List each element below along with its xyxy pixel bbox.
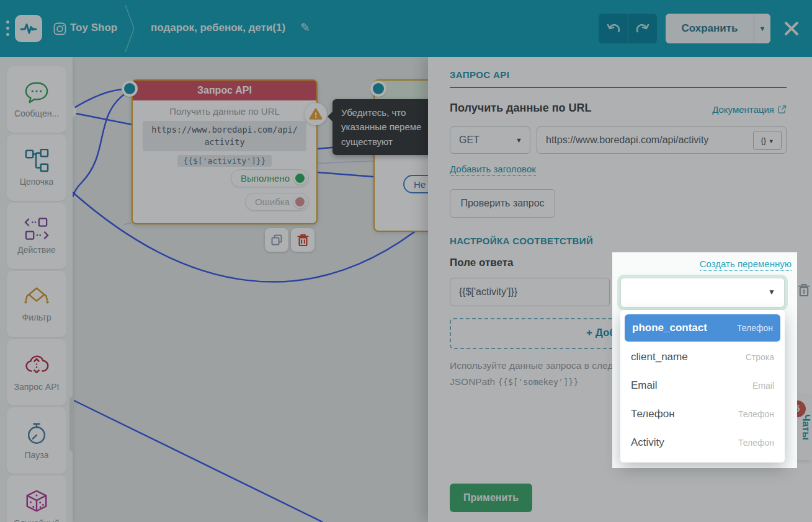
jsonpath-hint: JSONPath {{$['somekey']}}	[450, 376, 579, 387]
error-dot[interactable]	[293, 195, 306, 208]
message-icon	[24, 81, 50, 104]
insert-variable-button[interactable]: {} ▼	[753, 131, 782, 150]
apply-button[interactable]: Применить	[450, 484, 532, 512]
close-icon	[782, 19, 801, 38]
channel-name[interactable]: Toy Shop	[70, 22, 117, 34]
variable-select-popover: Создать переменную ▼ phone_contactТелефо…	[612, 252, 797, 468]
remove-mapping-button[interactable]	[798, 283, 810, 300]
pulse-icon	[19, 20, 38, 37]
mapping-section-title: НАСТРОЙКА СООТВЕТСТВИЙ	[450, 236, 593, 246]
flow-builder-app: ... {{toys Не Запрос API Получить данные…	[0, 0, 812, 522]
response-field-label: Поле ответа	[450, 257, 513, 269]
sidebar-item-random[interactable]: Случайный	[7, 476, 66, 522]
app-menu-icon[interactable]	[5, 20, 12, 39]
api-node-subtitle: Получить данные по URL	[133, 106, 316, 117]
success-dot[interactable]	[293, 172, 306, 185]
validation-tooltip: Убедитесь, что указанные переме существу…	[332, 99, 439, 155]
chain-icon	[24, 149, 50, 172]
api-node-url: https://www.boredapi.com/api/ activity	[143, 121, 306, 151]
chats-tab-label: Чаты	[800, 414, 811, 440]
sidebar-item-api-request[interactable]: Запрос API	[7, 339, 66, 405]
create-variable-link[interactable]: Создать переменную	[700, 259, 792, 271]
section-divider	[450, 87, 787, 88]
http-method-select[interactable]: GET▼	[450, 126, 530, 154]
dropdown-item[interactable]: EmailEmail	[620, 371, 785, 400]
sidebar-item-filter[interactable]: Фильтр	[7, 271, 66, 337]
variable-dropdown: phone_contactТелефон client_nameСтрока E…	[620, 310, 785, 462]
trash-icon	[798, 283, 810, 298]
sidebar-item-chain[interactable]: Цепочка	[7, 135, 66, 201]
external-link-icon	[777, 105, 787, 114]
node-palette-sidebar: Сообщен... Цепочка Действие Фильтр Запро…	[0, 57, 73, 522]
chevron-down-icon: ▼	[768, 288, 775, 296]
save-dropdown-button[interactable]: ▼	[754, 14, 770, 43]
sidebar-item-action[interactable]: Действие	[7, 203, 66, 269]
copy-node-button[interactable]	[265, 228, 288, 252]
delete-node-button[interactable]	[291, 228, 315, 252]
history-controls	[599, 14, 657, 43]
response-field-input[interactable]: {{$['activity']}}	[450, 278, 610, 306]
sidebar-item-message[interactable]: Сообщен...	[7, 66, 66, 133]
panel-section-title: ЗАПРОС API	[450, 69, 509, 80]
request-url-input[interactable]: https://www.boredapi.com/api/activity {}…	[537, 126, 787, 154]
action-icon	[24, 217, 50, 241]
app-logo	[15, 15, 42, 42]
dropdown-item[interactable]: ActivityТелефон	[620, 428, 785, 457]
breadcrumb-separator	[124, 4, 136, 53]
sidebar-scrollbar[interactable]	[69, 397, 74, 451]
copy-icon	[270, 234, 283, 246]
hidden-node-input-port[interactable]	[370, 81, 386, 97]
variable-select[interactable]: ▼	[620, 278, 785, 307]
redo-icon	[635, 22, 650, 35]
redo-button[interactable]	[628, 14, 657, 43]
chevron-down-icon: ▼	[515, 127, 522, 153]
filter-icon	[24, 286, 50, 308]
dropdown-item[interactable]: ТелефонТелефон	[620, 400, 785, 428]
sidebar-item-pause[interactable]: Пауза	[7, 407, 66, 474]
request-heading: Получить данные по URL	[450, 102, 592, 115]
api-node-variable: {{$['activity']}}	[177, 155, 271, 167]
save-button[interactable]: Сохранить	[666, 14, 754, 43]
documentation-link[interactable]: Документация	[712, 104, 787, 115]
error-output-port[interactable]: Ошибка	[245, 193, 309, 211]
undo-icon	[606, 22, 621, 35]
add-header-link[interactable]: Добавить заголовок	[450, 164, 536, 176]
random-icon	[24, 489, 50, 514]
api-node-input-port[interactable]	[122, 81, 138, 97]
trash-icon	[297, 234, 309, 247]
warning-icon[interactable]	[305, 103, 327, 125]
save-controls: Сохранить ▼	[666, 14, 770, 43]
api-node-title: Запрос API	[133, 81, 316, 100]
api-request-icon	[24, 353, 50, 378]
dropdown-item[interactable]: phone_contactТелефон	[625, 314, 780, 342]
close-button[interactable]	[782, 19, 801, 38]
check-request-button[interactable]: Проверить запрос	[450, 189, 555, 218]
top-header: Toy Shop подарок, ребенок, дети(1) ✎ Сох…	[0, 0, 812, 57]
dropdown-item[interactable]: client_nameСтрока	[620, 343, 785, 371]
edit-title-icon[interactable]: ✎	[300, 20, 310, 34]
api-request-node[interactable]: Запрос API Получить данные по URL https:…	[132, 79, 318, 224]
instagram-icon	[53, 22, 66, 35]
flow-title: подарок, ребенок, дети(1)	[151, 22, 285, 34]
usage-hint-text: Используйте данные запроса в следу	[450, 360, 618, 371]
success-output-port[interactable]: Выполнено	[231, 169, 309, 187]
undo-button[interactable]	[599, 14, 628, 43]
pause-icon	[24, 421, 50, 446]
